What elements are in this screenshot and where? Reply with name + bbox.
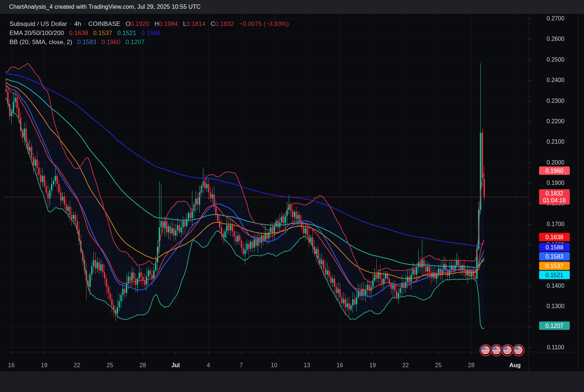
- time-axis-label-19: 19: [33, 362, 55, 369]
- price-axis-label: 0.2700: [541, 15, 570, 22]
- close-value: 0.1832: [215, 20, 234, 27]
- time-axis-label-13: 13: [296, 362, 318, 369]
- low-label: L: [183, 20, 186, 27]
- time-axis-label-4: 4: [197, 362, 219, 369]
- interval-label: 4h: [74, 20, 81, 27]
- exchange-label: COINBASE: [88, 20, 120, 27]
- price-axis-label: 0.1400: [541, 283, 570, 289]
- price-badge-0.1537: 0.1537: [539, 261, 570, 270]
- change-value: −0.0075 (−3.93%): [239, 20, 289, 27]
- bb-values: 0.15830.19600.1207: [77, 39, 145, 46]
- snapshot-footer-bar: TradingView: [0, 371, 584, 392]
- time-axis-label-7: 7: [230, 362, 252, 369]
- price-axis-label: 0.1900: [541, 180, 570, 186]
- high-label: H: [154, 20, 159, 27]
- price-axis-label: 0.2400: [541, 77, 570, 84]
- time-axis-label-25: 25: [427, 362, 449, 369]
- price-badge-0.1638: 0.1638: [539, 233, 570, 241]
- economic-event-flag-icon[interactable]: [502, 344, 514, 356]
- time-axis-label-28: 28: [460, 362, 482, 369]
- price-axis-label: 0.2000: [541, 159, 570, 166]
- price-badge-0.1960: 0.1960: [539, 167, 570, 175]
- tradingview-snapshot: ChartAnalysis_4 created with TradingView…: [0, 0, 584, 392]
- time-axis-label-25: 25: [99, 362, 121, 369]
- ema-100-value: 0.1521: [117, 30, 136, 36]
- time-axis-label-Aug: Aug: [504, 362, 526, 369]
- symbol-name: Subsquid / US Dollar: [9, 20, 67, 27]
- legend-bb-row[interactable]: BB (20, SMA, close, 2)0.15830.19600.1207: [9, 38, 289, 47]
- close-label: C: [211, 20, 215, 27]
- separator-dot: ·: [84, 20, 86, 27]
- us-flag-icon: [481, 346, 490, 354]
- high-value: 0.1984: [159, 20, 178, 27]
- price-badge-0.1207: 0.1207: [539, 321, 570, 330]
- price-axis-label: 0.1700: [541, 221, 570, 228]
- chart-legend: Subsquid / US Dollar·4h·COINBASEO0.1920H…: [9, 19, 289, 47]
- us-flag-icon: [492, 346, 501, 354]
- open-value: 0.1920: [130, 20, 149, 27]
- legend-ema-row[interactable]: EMA 20/50/100/2000.16380.15370.15210.158…: [9, 28, 289, 38]
- price-badge-0.1521: 0.1521: [539, 271, 570, 279]
- economic-event-flag-icon[interactable]: [512, 344, 525, 356]
- time-axis-label-19: 19: [362, 362, 384, 369]
- upper-value: 0.1960: [101, 39, 120, 46]
- open-label: O: [126, 20, 130, 27]
- price-badge-0.1588: 0.1588: [539, 243, 570, 251]
- price-axis-label: 0.2200: [541, 118, 570, 125]
- price-badge-0.1583: 0.1583: [539, 252, 570, 261]
- price-axis-label: 0.2500: [541, 57, 570, 63]
- time-axis-label-22: 22: [395, 362, 416, 369]
- ema-20-value: 0.1638: [69, 30, 88, 36]
- us-flag-icon: [503, 346, 512, 354]
- price-badge-0.1832: 0.183201:04:18: [539, 189, 570, 205]
- us-flag-icon: [514, 346, 523, 354]
- economic-event-flag-icon[interactable]: [480, 344, 492, 356]
- separator-dot: ·: [70, 20, 72, 27]
- ema-50-value: 0.1537: [93, 30, 112, 36]
- basis-value: 0.1583: [77, 39, 96, 46]
- bar-countdown: 01:04:18: [539, 197, 570, 204]
- time-axis-label-16: 16: [0, 362, 22, 369]
- price-axis-label: 0.2100: [541, 139, 570, 145]
- low-value: 0.1814: [187, 20, 205, 27]
- ema-values: 0.16380.15370.15210.1588: [69, 30, 160, 36]
- price-axis-label: 0.2300: [541, 98, 570, 104]
- time-axis-label-28: 28: [132, 362, 154, 369]
- lower-value: 0.1207: [126, 39, 145, 46]
- ema-indicator-label: EMA 20/50/100/200: [9, 30, 64, 36]
- time-axis-label-10: 10: [263, 362, 285, 369]
- time-axis-label-16: 16: [329, 362, 351, 369]
- ema-200-value: 0.1588: [141, 30, 160, 36]
- economic-event-flag-icon[interactable]: [491, 344, 503, 356]
- time-axis-label-22: 22: [66, 362, 88, 369]
- time-axis-label-Jul: Jul: [165, 362, 187, 369]
- bb-indicator-label: BB (20, SMA, close, 2): [9, 39, 72, 46]
- price-axis-label: 0.1100: [541, 344, 570, 351]
- price-axis-label: 0.2600: [541, 36, 570, 42]
- price-axis-label: 0.1300: [541, 303, 570, 310]
- price-chart-canvas[interactable]: [0, 0, 584, 392]
- legend-symbol-row[interactable]: Subsquid / US Dollar·4h·COINBASEO0.1920H…: [9, 19, 289, 28]
